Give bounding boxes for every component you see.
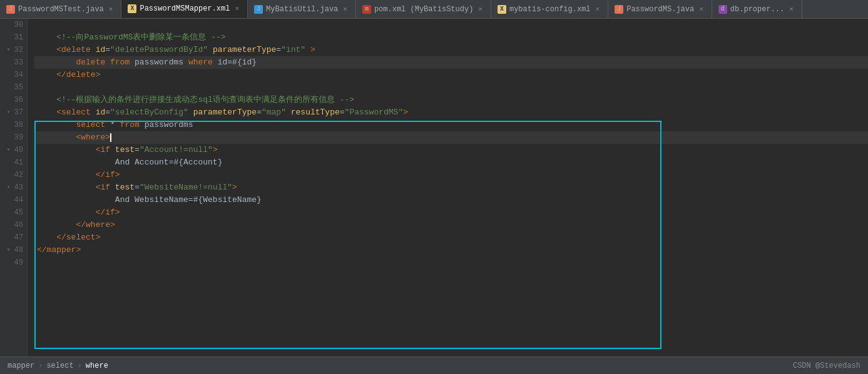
code-line-33: delete from passwordms where id=#{id}: [34, 56, 868, 69]
fold-icon-37[interactable]: ▾: [6, 109, 12, 116]
tab-label-5: mybatis-config.xml: [509, 5, 591, 14]
tab-db-properties[interactable]: d db.proper... ×: [712, 0, 802, 18]
code-line-46: </where>: [34, 219, 868, 231]
line-num-32: ▾32: [0, 44, 23, 56]
breadcrumb-sep-1: ›: [38, 361, 43, 370]
tab-icon-java2: J: [254, 5, 263, 14]
code-line-48: </mapper>: [34, 244, 868, 256]
line-num-45: 45: [0, 206, 23, 219]
breadcrumb-sep-2: ›: [78, 361, 82, 370]
line-num-35: 35: [0, 81, 23, 94]
status-bar: mapper › select › where CSDN @Stevedash: [0, 356, 868, 374]
line-num-31: 31: [0, 31, 23, 44]
line-num-44: 44: [0, 194, 23, 206]
code-line-38: select * from passwordms: [34, 119, 868, 131]
tab-mybatis-config[interactable]: X mybatis-config.xml ×: [491, 0, 608, 18]
line-num-48: ▾48: [0, 244, 23, 256]
tab-label-6: PasswordMS.java: [626, 5, 694, 14]
tab-icon-xml1: X: [128, 4, 136, 13]
code-line-42: </if>: [34, 169, 868, 181]
tab-icon-java3: J: [615, 5, 623, 14]
line-num-42: 42: [0, 169, 23, 181]
tab-icon-xml2: X: [498, 5, 506, 14]
code-line-36: <!--根据输入的条件进行拼接生成动态sql语句查询表中满足条件的所有信息 --…: [34, 94, 868, 106]
code-line-32: <delete id="deletePasswordById" paramete…: [34, 44, 868, 56]
line-numbers: 30 31 ▾32 33 34 35 36 ▾37 38 39 ▾40 41 4…: [0, 19, 28, 356]
breadcrumb-where: where: [86, 361, 108, 370]
tab-icon-db: d: [718, 5, 727, 14]
tab-icon-java1: J: [6, 5, 15, 14]
tab-passwordmsmapper[interactable]: X PasswordMSMapper.xml ×: [121, 0, 248, 18]
code-line-35: [34, 81, 868, 94]
code-line-41: And Account=#{Account}: [34, 156, 868, 169]
tab-label-7: db.proper...: [730, 5, 784, 14]
line-num-38: 38: [0, 119, 23, 131]
tab-label-1: PasswordMSTest.java: [18, 5, 104, 14]
breadcrumb-mapper: mapper: [8, 361, 34, 370]
line-num-46: 46: [0, 219, 23, 231]
code-line-30: [34, 19, 868, 31]
fold-icon-40[interactable]: ▾: [6, 147, 12, 153]
line-num-43: ▾43: [0, 181, 23, 194]
line-num-33: 33: [0, 56, 23, 69]
code-line-44: And WebsiteName=#{WebsiteName}: [34, 194, 868, 206]
tab-close-7[interactable]: ×: [787, 5, 795, 14]
tab-close-2[interactable]: ×: [233, 4, 241, 13]
text-cursor: [110, 133, 111, 142]
code-line-40: <if test="Account!=null">: [34, 144, 868, 156]
code-line-31: <!--向PasswordMS表中删除某一条信息 -->: [34, 31, 868, 44]
line-num-47: 47: [0, 231, 23, 244]
tab-icon-pom: m: [362, 5, 371, 14]
tab-passwordmstest[interactable]: J PasswordMSTest.java ×: [0, 0, 121, 18]
tab-pom[interactable]: m pom.xml (MyBatisStudy) ×: [356, 0, 491, 18]
tab-passwordms-java[interactable]: J PasswordMS.java ×: [608, 0, 712, 18]
line-num-41: 41: [0, 156, 23, 169]
code-line-37: <select id="selectByConfig" parameterTyp…: [34, 106, 868, 119]
code-content[interactable]: <!--向PasswordMS表中删除某一条信息 --> <delete id=…: [28, 19, 868, 356]
tab-close-1[interactable]: ×: [107, 5, 115, 14]
code-line-39: <where>: [34, 131, 868, 144]
line-num-30: 30: [0, 19, 23, 31]
fold-icon-32[interactable]: ▾: [6, 47, 12, 53]
breadcrumb: mapper › select › where: [8, 361, 108, 370]
tab-close-4[interactable]: ×: [476, 5, 484, 14]
tab-label-3: MyBatisUtil.java: [266, 5, 338, 14]
code-line-34: </delete>: [34, 69, 868, 81]
tab-close-5[interactable]: ×: [594, 5, 602, 14]
tab-close-6[interactable]: ×: [697, 5, 705, 14]
breadcrumb-select: select: [46, 361, 73, 370]
line-num-34: 34: [0, 69, 23, 81]
code-line-43: <if test="WebsiteName!=null">: [34, 181, 868, 194]
branding-label: CSDN @Stevedash: [793, 361, 860, 370]
fold-icon-43[interactable]: ▾: [6, 184, 12, 191]
line-num-39: 39: [0, 131, 23, 144]
tab-label-2: PasswordMSMapper.xml: [140, 4, 230, 13]
tab-label-4: pom.xml (MyBatisStudy): [374, 5, 473, 14]
tab-bar: J PasswordMSTest.java × X PasswordMSMapp…: [0, 0, 868, 19]
tab-close-3[interactable]: ×: [341, 5, 349, 14]
code-line-47: </select>: [34, 231, 868, 244]
code-line-49: [34, 256, 868, 269]
line-num-40: ▾40: [0, 144, 23, 156]
editor-area: 30 31 ▾32 33 34 35 36 ▾37 38 39 ▾40 41 4…: [0, 19, 868, 356]
line-num-37: ▾37: [0, 106, 23, 119]
line-num-49: 49: [0, 256, 23, 269]
tab-mybatisutil[interactable]: J MyBatisUtil.java ×: [248, 0, 356, 18]
fold-icon-48[interactable]: ▾: [6, 247, 12, 253]
line-num-36: 36: [0, 94, 23, 106]
code-line-45: </if>: [34, 206, 868, 219]
